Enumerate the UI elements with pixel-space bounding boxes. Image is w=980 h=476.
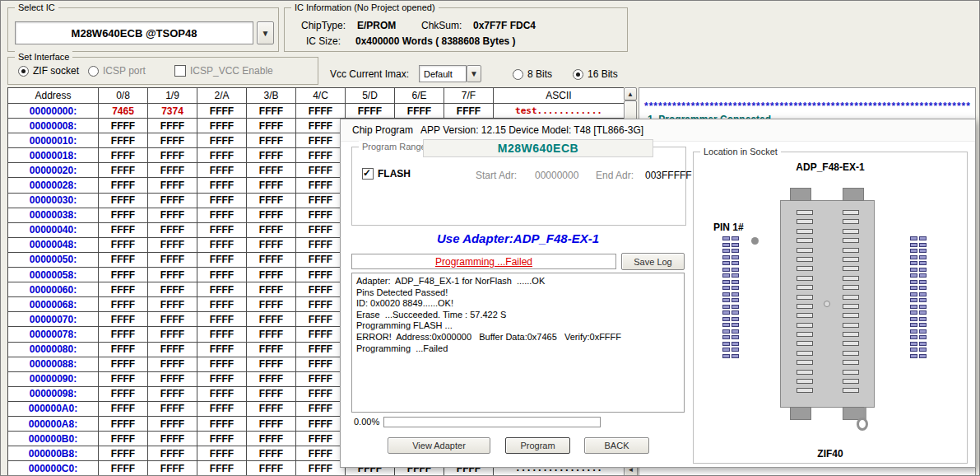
- hex-value-cell[interactable]: FFFF: [197, 148, 247, 163]
- vcc-dropdown-button[interactable]: ▼: [467, 65, 481, 82]
- hex-value-cell[interactable]: FFFF: [247, 208, 296, 222]
- hex-value-cell[interactable]: FFFF: [247, 252, 296, 267]
- hex-value-cell[interactable]: FFFF: [148, 386, 197, 401]
- hex-value-cell[interactable]: FFFF: [99, 282, 148, 297]
- hex-value-cell[interactable]: FFFF: [99, 446, 148, 461]
- hex-value-cell[interactable]: FFFF: [148, 342, 197, 357]
- dialog-titlebar[interactable]: Chip Program APP Version: 12.15 Device M…: [341, 119, 975, 142]
- hex-value-cell[interactable]: FFFF: [148, 432, 197, 446]
- hex-value-cell[interactable]: FFFF: [99, 119, 148, 133]
- hex-value-cell[interactable]: FFFF: [296, 163, 346, 178]
- 8-bits-radio[interactable]: 8 Bits: [513, 68, 552, 80]
- hex-value-cell[interactable]: FFFF: [148, 133, 197, 148]
- hex-value-cell[interactable]: FFFF: [148, 312, 197, 327]
- hex-value-cell[interactable]: FFFF: [99, 133, 148, 148]
- hex-value-cell[interactable]: FFFF: [296, 386, 346, 401]
- hex-value-cell[interactable]: FFFF: [99, 237, 148, 252]
- hex-value-cell[interactable]: FFFF: [99, 416, 148, 431]
- hex-value-cell[interactable]: FFFF: [247, 178, 296, 193]
- hex-value-cell[interactable]: FFFF: [247, 446, 296, 461]
- hex-value-cell[interactable]: FFFF: [197, 416, 247, 431]
- program-log[interactable]: Adapter: ADP_F48_EX-1 for NorFlash .....…: [351, 273, 685, 413]
- hex-value-cell[interactable]: FFFF: [296, 252, 346, 267]
- hex-value-cell[interactable]: FFFF: [99, 148, 148, 163]
- hex-value-cell[interactable]: FFFF: [296, 119, 346, 133]
- hex-value-cell[interactable]: FFFF: [99, 222, 148, 237]
- hex-value-cell[interactable]: FFFF: [197, 342, 247, 357]
- hex-value-cell[interactable]: FFFF: [148, 268, 197, 282]
- hex-value-cell[interactable]: FFFF: [197, 133, 247, 148]
- hex-value-cell[interactable]: FFFF: [296, 461, 346, 476]
- hex-value-cell[interactable]: FFFF: [197, 119, 247, 133]
- hex-value-cell[interactable]: FFFF: [247, 222, 296, 237]
- program-button[interactable]: Program: [505, 437, 570, 454]
- ic-select-dropdown-button[interactable]: ▼: [257, 21, 274, 44]
- hex-value-cell[interactable]: FFFF: [99, 371, 148, 386]
- hex-value-cell[interactable]: FFFF: [247, 342, 296, 357]
- hex-value-cell[interactable]: FFFF: [148, 119, 197, 133]
- hex-value-cell[interactable]: 7374: [148, 104, 197, 119]
- hex-value-cell[interactable]: FFFF: [296, 327, 346, 342]
- hex-value-cell[interactable]: FFFF: [99, 193, 148, 208]
- hex-value-cell[interactable]: FFFF: [148, 148, 197, 163]
- hex-value-cell[interactable]: FFFF: [296, 342, 346, 357]
- flash-checkbox[interactable]: FLASH: [362, 168, 411, 180]
- hex-value-cell[interactable]: FFFF: [148, 371, 197, 386]
- hex-value-cell[interactable]: FFFF: [148, 252, 197, 267]
- hex-value-cell[interactable]: FFFF: [197, 237, 247, 252]
- hex-value-cell[interactable]: FFFF: [99, 163, 148, 178]
- hex-value-cell[interactable]: FFFF: [247, 163, 296, 178]
- ic-select-combobox[interactable]: M28W640ECB @TSOP48: [15, 21, 253, 44]
- hex-value-cell[interactable]: FFFF: [197, 371, 247, 386]
- hex-value-cell[interactable]: FFFF: [197, 297, 247, 312]
- hex-value-cell[interactable]: FFFF: [247, 416, 296, 431]
- hex-value-cell[interactable]: 7465: [99, 104, 148, 119]
- hex-value-cell[interactable]: FFFF: [148, 178, 197, 193]
- hex-value-cell[interactable]: FFFF: [444, 104, 494, 119]
- hex-value-cell[interactable]: FFFF: [148, 222, 197, 237]
- vcc-current-combobox[interactable]: Default: [419, 65, 467, 82]
- hex-value-cell[interactable]: FFFF: [296, 268, 346, 282]
- hex-value-cell[interactable]: FFFF: [148, 327, 197, 342]
- zif-socket-radio[interactable]: ZIF socket: [18, 65, 79, 77]
- hex-value-cell[interactable]: FFFF: [148, 297, 197, 312]
- hex-value-cell[interactable]: FFFF: [197, 193, 247, 208]
- back-button[interactable]: BACK: [584, 437, 649, 454]
- hex-value-cell[interactable]: FFFF: [296, 193, 346, 208]
- hex-value-cell[interactable]: FFFF: [296, 282, 346, 297]
- hex-value-cell[interactable]: FFFF: [296, 446, 346, 461]
- hex-value-cell[interactable]: FFFF: [247, 133, 296, 148]
- hex-value-cell[interactable]: FFFF: [247, 148, 296, 163]
- hex-value-cell[interactable]: FFFF: [296, 237, 346, 252]
- 16-bits-radio[interactable]: 16 Bits: [573, 68, 618, 80]
- hex-value-cell[interactable]: FFFF: [99, 357, 148, 371]
- hex-value-cell[interactable]: FFFF: [197, 178, 247, 193]
- hex-value-cell[interactable]: FFFF: [148, 237, 197, 252]
- hex-value-cell[interactable]: FFFF: [247, 268, 296, 282]
- hex-value-cell[interactable]: FFFF: [99, 401, 148, 416]
- hex-value-cell[interactable]: FFFF: [197, 432, 247, 446]
- end-adr-value[interactable]: 003FFFFF: [645, 170, 692, 181]
- hex-value-cell[interactable]: FFFF: [197, 461, 247, 476]
- hex-value-cell[interactable]: FFFF: [148, 282, 197, 297]
- hex-value-cell[interactable]: FFFF: [148, 401, 197, 416]
- hex-ascii-cell[interactable]: test............: [494, 104, 625, 119]
- hex-value-cell[interactable]: FFFF: [296, 297, 346, 312]
- hex-value-cell[interactable]: FFFF: [247, 297, 296, 312]
- hex-value-cell[interactable]: FFFF: [247, 357, 296, 371]
- view-adapter-button[interactable]: View Adapter: [388, 437, 490, 454]
- hex-value-cell[interactable]: FFFF: [148, 163, 197, 178]
- hex-value-cell[interactable]: FFFF: [99, 386, 148, 401]
- hex-value-cell[interactable]: FFFF: [197, 357, 247, 371]
- hex-value-cell[interactable]: FFFF: [197, 222, 247, 237]
- hex-value-cell[interactable]: FFFF: [99, 268, 148, 282]
- hex-value-cell[interactable]: FFFF: [296, 357, 346, 371]
- hex-value-cell[interactable]: FFFF: [148, 193, 197, 208]
- hex-value-cell[interactable]: FFFF: [99, 342, 148, 357]
- hex-value-cell[interactable]: FFFF: [99, 252, 148, 267]
- hex-value-cell[interactable]: FFFF: [99, 327, 148, 342]
- hex-value-cell[interactable]: FFFF: [197, 104, 247, 119]
- hex-value-cell[interactable]: FFFF: [99, 461, 148, 476]
- hex-value-cell[interactable]: FFFF: [296, 104, 346, 119]
- hex-value-cell[interactable]: FFFF: [247, 327, 296, 342]
